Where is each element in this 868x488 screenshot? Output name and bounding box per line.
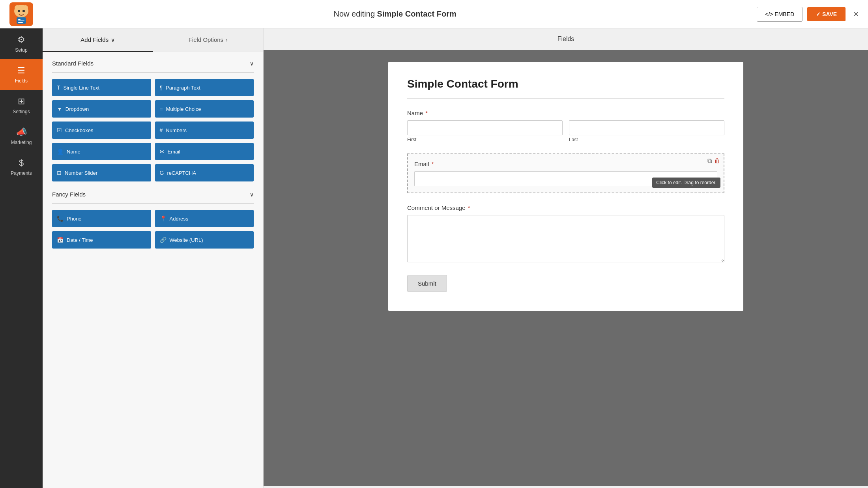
content-body: Simple Contact Form Name * First <box>264 50 868 486</box>
field-btn-paragraph-text[interactable]: ¶ Paragraph Text <box>155 79 254 96</box>
svg-point-5 <box>22 10 25 12</box>
tab-field-options[interactable]: Field Options › <box>153 28 264 52</box>
sidebar-label-setup: Setup <box>15 47 27 53</box>
save-button[interactable]: ✓ SAVE <box>807 7 846 21</box>
fields-panel: Add Fields ∨ Field Options › Standard Fi… <box>43 28 264 488</box>
paragraph-text-label: Paragraph Text <box>166 85 200 91</box>
sidebar-item-payments[interactable]: $ Payments <box>0 151 43 182</box>
field-btn-date-time[interactable]: 📅 Date / Time <box>52 231 151 249</box>
tab-add-fields[interactable]: Add Fields ∨ <box>43 28 153 52</box>
marketing-icon: 📣 <box>16 127 27 137</box>
field-btn-single-line-text[interactable]: T Single Line Text <box>52 79 151 96</box>
setup-icon: ⚙ <box>17 35 25 45</box>
svg-point-3 <box>22 5 28 11</box>
field-btn-name[interactable]: 👤 Name <box>52 143 151 160</box>
name-first-input[interactable] <box>407 120 563 135</box>
content-area: Fields Simple Contact Form Name * First <box>264 28 868 488</box>
name-last-col: Last <box>569 120 724 142</box>
name-row: First Last <box>407 120 724 142</box>
message-label: Comment or Message * <box>407 204 724 211</box>
field-btn-email[interactable]: ✉ Email <box>155 143 254 160</box>
paragraph-text-icon: ¶ <box>160 84 163 91</box>
checkboxes-icon: ☑ <box>57 127 62 133</box>
email-label: Email * <box>414 161 717 167</box>
close-button[interactable]: × <box>853 9 859 19</box>
email-delete-button[interactable]: 🗑 <box>714 157 720 165</box>
content-header: Fields <box>264 28 868 50</box>
field-btn-phone[interactable]: 📞 Phone <box>52 210 151 227</box>
topbar: Now editing Simple Contact Form </> EMBE… <box>0 0 868 28</box>
settings-icon: ⊞ <box>18 96 25 107</box>
name-last-label: Last <box>569 137 724 142</box>
panel-scroll[interactable]: Standard Fields ∨ T Single Line Text ¶ P… <box>43 52 263 488</box>
multiple-choice-icon: ≡ <box>160 106 163 112</box>
standard-fields-section: Standard Fields ∨ <box>52 60 254 67</box>
svg-rect-7 <box>18 19 21 20</box>
fancy-fields-title: Fancy Fields <box>52 191 86 198</box>
field-btn-dropdown[interactable]: ▼ Dropdown <box>52 100 151 118</box>
name-first-col: First <box>407 120 563 142</box>
standard-fields-grid: T Single Line Text ¶ Paragraph Text ▼ Dr… <box>52 79 254 181</box>
sidebar-label-marketing: Marketing <box>11 140 32 145</box>
address-label: Address <box>170 216 189 222</box>
payments-icon: $ <box>19 158 24 168</box>
embed-button[interactable]: </> EMBED <box>757 7 803 22</box>
phone-icon: 📞 <box>57 215 64 222</box>
form-card: Simple Contact Form Name * First <box>388 62 743 311</box>
fancy-fields-grid: 📞 Phone 📍 Address 📅 Date / Time 🔗 Websit… <box>52 210 254 249</box>
name-last-input[interactable] <box>569 120 724 135</box>
name-first-label: First <box>407 137 563 142</box>
address-icon: 📍 <box>160 215 166 222</box>
field-btn-website[interactable]: 🔗 Website (URL) <box>155 231 254 249</box>
email-field-actions: ⧉ 🗑 <box>707 157 720 165</box>
name-field: Name * First Last <box>407 110 724 142</box>
submit-button[interactable]: Submit <box>407 275 447 292</box>
sidebar-item-settings[interactable]: ⊞ Settings <box>0 90 43 121</box>
sidebar-label-settings: Settings <box>13 109 30 114</box>
panel-tabs: Add Fields ∨ Field Options › <box>43 28 263 52</box>
recaptcha-label: reCAPTCHA <box>167 170 196 176</box>
standard-fields-chevron[interactable]: ∨ <box>250 60 254 67</box>
date-time-label: Date / Time <box>67 237 93 243</box>
name-icon: 👤 <box>57 148 64 155</box>
svg-point-2 <box>15 5 20 11</box>
name-label: Name <box>67 149 80 155</box>
sidebar-label-fields: Fields <box>15 78 28 84</box>
email-label: Email <box>168 149 181 155</box>
topbar-actions: </> EMBED ✓ SAVE × <box>757 7 859 22</box>
fancy-fields-section: Fancy Fields ∨ <box>52 191 254 198</box>
single-line-text-label: Single Line Text <box>64 85 100 91</box>
single-line-text-icon: T <box>57 84 60 91</box>
dropdown-icon: ▼ <box>57 106 62 112</box>
message-textarea[interactable] <box>407 215 724 262</box>
content-header-title: Fields <box>557 36 574 42</box>
sidebar-label-payments: Payments <box>11 170 32 176</box>
sidebar-item-marketing[interactable]: 📣 Marketing <box>0 121 43 151</box>
sidebar-item-fields[interactable]: ☰ Fields <box>0 59 43 90</box>
name-label: Name * <box>407 110 724 116</box>
field-btn-number-slider[interactable]: ⊟ Number Slider <box>52 164 151 181</box>
field-options-chevron: › <box>226 37 228 43</box>
field-btn-address[interactable]: 📍 Address <box>155 210 254 227</box>
fancy-divider <box>52 203 254 204</box>
email-field-wrapper[interactable]: ⧉ 🗑 Email * Click to edit. Drag to reord… <box>407 153 724 193</box>
sidebar-item-setup[interactable]: ⚙ Setup <box>0 28 43 59</box>
email-copy-button[interactable]: ⧉ <box>707 157 712 165</box>
field-btn-recaptcha[interactable]: G reCAPTCHA <box>155 164 254 181</box>
field-btn-checkboxes[interactable]: ☑ Checkboxes <box>52 122 151 139</box>
multiple-choice-label: Multiple Choice <box>166 106 201 112</box>
field-btn-multiple-choice[interactable]: ≡ Multiple Choice <box>155 100 254 118</box>
add-fields-chevron: ∨ <box>111 37 115 43</box>
fields-icon: ☰ <box>17 65 25 76</box>
standard-divider <box>52 72 254 73</box>
message-field: Comment or Message * <box>407 204 724 264</box>
main-layout: ⚙ Setup ☰ Fields ⊞ Settings 📣 Marketing … <box>0 28 868 488</box>
field-btn-numbers[interactable]: # Numbers <box>155 122 254 139</box>
svg-point-4 <box>18 10 20 12</box>
checkboxes-label: Checkboxes <box>65 127 94 133</box>
website-icon: 🔗 <box>160 237 166 243</box>
fancy-fields-chevron[interactable]: ∨ <box>250 191 254 198</box>
email-icon: ✉ <box>160 148 165 155</box>
recaptcha-icon: G <box>160 170 164 176</box>
dropdown-label: Dropdown <box>65 106 89 112</box>
